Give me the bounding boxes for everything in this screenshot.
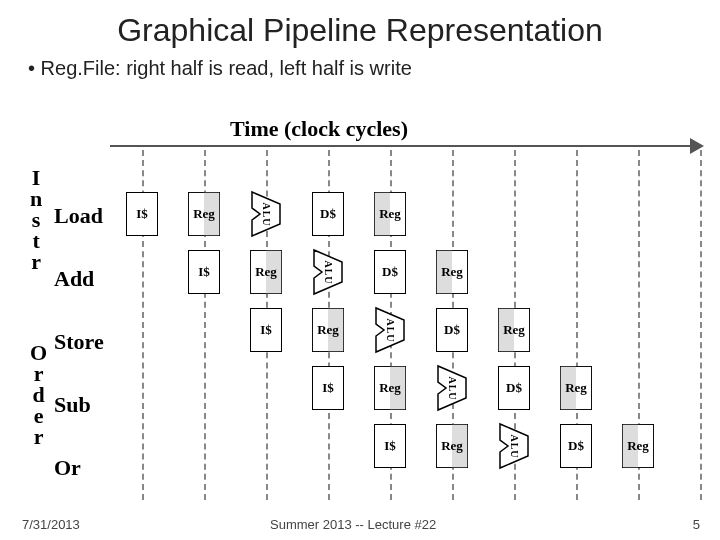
instruction-labels: Load Add Store Sub Or <box>54 203 104 481</box>
dmem-box: D$ <box>312 192 344 236</box>
dmem-box: D$ <box>560 424 592 468</box>
dmem-box: D$ <box>498 366 530 410</box>
instr-load: Load <box>54 203 104 229</box>
pipe-row-sub: I$ Reg ALU D$ Reg <box>312 364 592 412</box>
alu-shape: ALU <box>250 190 282 238</box>
bullet-text: • Reg.File: right half is read, left hal… <box>28 57 720 80</box>
order-vertical-label: Order <box>30 343 47 447</box>
pipe-row-store: I$ Reg ALU D$ Reg <box>250 306 530 354</box>
reg-read: Reg <box>374 366 406 410</box>
reg-write: Reg <box>498 308 530 352</box>
reg-write: Reg <box>560 366 592 410</box>
dmem-box: D$ <box>436 308 468 352</box>
alu-shape: ALU <box>436 364 468 412</box>
if-box: I$ <box>312 366 344 410</box>
alu-shape: ALU <box>312 248 344 296</box>
instr-or: Or <box>54 455 104 481</box>
pipe-row-load: I$ Reg ALU D$ Reg <box>126 190 406 238</box>
alu-shape: ALU <box>374 306 406 354</box>
dmem-box: D$ <box>374 250 406 294</box>
footer-pagenum: 5 <box>693 517 700 532</box>
reg-read: Reg <box>312 308 344 352</box>
instr-add: Add <box>54 266 104 292</box>
reg-read: Reg <box>188 192 220 236</box>
footer-lecture: Summer 2013 -- Lecture #22 <box>270 517 436 532</box>
if-box: I$ <box>374 424 406 468</box>
slide-title: Graphical Pipeline Representation <box>0 12 720 49</box>
time-arrow-line <box>110 145 700 147</box>
reg-read: Reg <box>250 250 282 294</box>
instr-store: Store <box>54 329 104 355</box>
reg-read: Reg <box>436 424 468 468</box>
instr-vertical-label: Instr <box>30 168 42 272</box>
if-box: I$ <box>126 192 158 236</box>
pipe-row-or: I$ Reg ALU D$ Reg <box>374 422 654 470</box>
instr-sub: Sub <box>54 392 104 418</box>
if-box: I$ <box>250 308 282 352</box>
time-axis-label: Time (clock cycles) <box>230 116 408 142</box>
pipe-row-add: I$ Reg ALU D$ Reg <box>188 248 468 296</box>
reg-write: Reg <box>374 192 406 236</box>
alu-shape: ALU <box>498 422 530 470</box>
reg-write: Reg <box>622 424 654 468</box>
reg-write: Reg <box>436 250 468 294</box>
footer-date: 7/31/2013 <box>22 517 80 532</box>
if-box: I$ <box>188 250 220 294</box>
